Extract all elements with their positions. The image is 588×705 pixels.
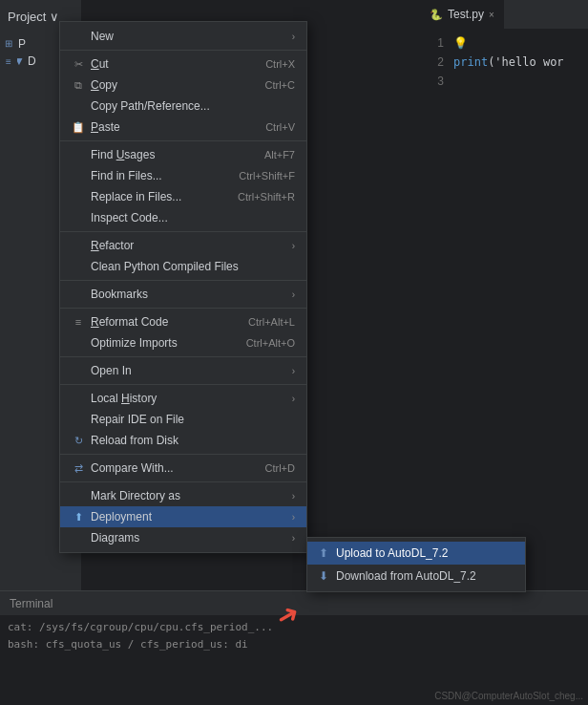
context-menu: New › ✂ Cut Ctrl+X ⧉ Copy Ctrl+C Copy Pa… (59, 21, 307, 553)
copy-shortcut: Ctrl+C (265, 79, 295, 91)
deployment-arrow: › (292, 512, 295, 523)
paste-icon: 📋 (72, 121, 85, 134)
menu-item-compare[interactable]: ⇄ Compare With... Ctrl+D (60, 458, 306, 479)
menu-item-refactor[interactable]: Refactor › (60, 235, 306, 256)
menu-item-repair-ide[interactable]: Repair IDE on File (60, 409, 306, 430)
menu-label-optimize: Optimize Imports (91, 336, 241, 350)
menu-item-local-history[interactable]: Local History › (60, 388, 306, 409)
menu-item-new[interactable]: New › (60, 26, 306, 47)
menu-label-reload: Reload from Disk (91, 434, 295, 447)
menu-label-copy-path: Copy Path/Reference... (91, 99, 295, 113)
menu-item-mark-directory[interactable]: Mark Directory as › (60, 485, 306, 506)
menu-label-inspect: Inspect Code... (91, 211, 295, 224)
optimize-shortcut: Ctrl+Alt+O (246, 337, 295, 349)
menu-label-reformat: Reformat Code (91, 315, 242, 329)
cut-icon: ✂ (72, 58, 85, 71)
line-number-1: 1 (420, 33, 444, 53)
sep-6 (60, 356, 306, 357)
find-files-shortcut: Ctrl+Shift+F (239, 170, 295, 182)
submenu-download-label: Download from AutoDL_7.2 (336, 569, 476, 583)
download-icon: ⬇ (319, 569, 328, 583)
copy-icon: ⧉ (72, 79, 85, 92)
menu-item-reload[interactable]: ↻ Reload from Disk (60, 430, 306, 451)
menu-label-mark-directory: Mark Directory as (91, 489, 286, 502)
menu-label-find-files: Find in Files... (91, 169, 233, 182)
reformat-shortcut: Ctrl+Alt+L (248, 316, 295, 328)
tab-close-button[interactable]: × (489, 10, 494, 20)
reformat-icon: ≡ (72, 316, 85, 328)
open-in-arrow: › (292, 366, 295, 376)
menu-item-copy[interactable]: ⧉ Copy Ctrl+C (60, 75, 306, 96)
menu-item-paste[interactable]: 📋 Paste Ctrl+V (60, 117, 306, 138)
new-arrow: › (292, 32, 295, 42)
sep-9 (60, 481, 306, 482)
menu-label-refactor: Refactor (91, 239, 286, 252)
diagrams-arrow: › (292, 533, 295, 544)
project-chevron: ∨ (50, 10, 59, 24)
replace-files-shortcut: Ctrl+Shift+R (238, 191, 295, 203)
line-number-2: 2 (420, 53, 444, 72)
paste-shortcut: Ctrl+V (265, 121, 295, 133)
menu-item-inspect-code[interactable]: Inspect Code... (60, 207, 306, 228)
menu-label-compare: Compare With... (91, 461, 260, 475)
compare-icon: ⇄ (72, 462, 85, 475)
sep-7 (60, 384, 306, 385)
menu-label-clean: Clean Python Compiled Files (91, 260, 295, 273)
tree-sub-label: D (28, 54, 36, 68)
menu-label-replace-files: Replace in Files... (91, 190, 232, 203)
mark-dir-arrow: › (292, 491, 295, 502)
local-history-arrow: › (292, 394, 295, 404)
menu-item-replace-files[interactable]: Replace in Files... Ctrl+Shift+R (60, 186, 306, 207)
line-numbers: 1 2 3 (420, 29, 449, 91)
cut-shortcut: Ctrl+X (265, 58, 295, 70)
upload-icon: ⬆ (319, 546, 328, 560)
menu-item-find-usages[interactable]: Find Usages Alt+F7 (60, 144, 306, 165)
sep-3 (60, 231, 306, 232)
menu-label-repair-ide: Repair IDE on File (91, 413, 295, 426)
deployment-icon: ⬆ (72, 511, 85, 523)
sep-5 (60, 308, 306, 309)
code-line-2: 💡 (453, 33, 583, 53)
menu-label-cut: Cut (91, 57, 260, 71)
menu-item-optimize[interactable]: Optimize Imports Ctrl+Alt+O (60, 332, 306, 353)
sep-4 (60, 280, 306, 281)
menu-item-cut[interactable]: ✂ Cut Ctrl+X (60, 53, 306, 75)
terminal-title: Terminal (10, 597, 52, 610)
menu-item-find-files[interactable]: Find in Files... Ctrl+Shift+F (60, 165, 306, 186)
python-icon: 🐍 (430, 9, 443, 21)
terminal-line-2: bash: cfs_quota_us / cfs_period_us: di (8, 636, 580, 653)
menu-label-local-history: Local History (91, 392, 286, 405)
menu-item-deployment[interactable]: ⬆ Deployment › (60, 506, 306, 527)
file-tab[interactable]: 🐍 Test.py × (420, 0, 505, 29)
code-line-3: print('hello wor (453, 53, 583, 72)
tab-filename: Test.py (448, 8, 484, 21)
compare-shortcut: Ctrl+D (265, 462, 295, 474)
menu-item-clean-python[interactable]: Clean Python Compiled Files (60, 256, 306, 277)
menu-item-copy-path[interactable]: Copy Path/Reference... (60, 96, 306, 117)
toolbar-icon-1[interactable]: ⊞ (5, 38, 12, 49)
submenu-download[interactable]: ⬇ Download from AutoDL_7.2 (307, 565, 525, 588)
tree-root-label: P (18, 37, 26, 51)
sep-1 (60, 50, 306, 51)
find-usages-shortcut: Alt+F7 (264, 149, 295, 160)
code-area[interactable]: 💡 print('hello wor (449, 29, 588, 590)
reload-icon: ↻ (72, 435, 85, 447)
toolbar-icon-2[interactable]: ≡ (6, 56, 11, 67)
project-title: Project (8, 10, 46, 24)
line-number-3: 3 (420, 72, 444, 91)
sep-2 (60, 140, 306, 141)
submenu-upload[interactable]: ⬆ Upload to AutoDL_7.2 (307, 542, 525, 565)
submenu-upload-label: Upload to AutoDL_7.2 (336, 546, 448, 560)
menu-label-diagrams: Diagrams (91, 531, 286, 545)
menu-label-paste: Paste (91, 120, 260, 134)
menu-item-reformat[interactable]: ≡ Reformat Code Ctrl+Alt+L (60, 311, 306, 332)
menu-item-bookmarks[interactable]: Bookmarks › (60, 284, 306, 305)
bookmarks-arrow: › (292, 289, 295, 300)
menu-label-deployment: Deployment (91, 510, 286, 523)
sep-8 (60, 454, 306, 455)
menu-label-bookmarks: Bookmarks (91, 288, 286, 301)
menu-label-find-usages: Find Usages (91, 148, 259, 161)
refactor-arrow: › (292, 241, 295, 251)
menu-item-diagrams[interactable]: Diagrams › (60, 527, 306, 548)
menu-item-open-in[interactable]: Open In › (60, 360, 306, 381)
